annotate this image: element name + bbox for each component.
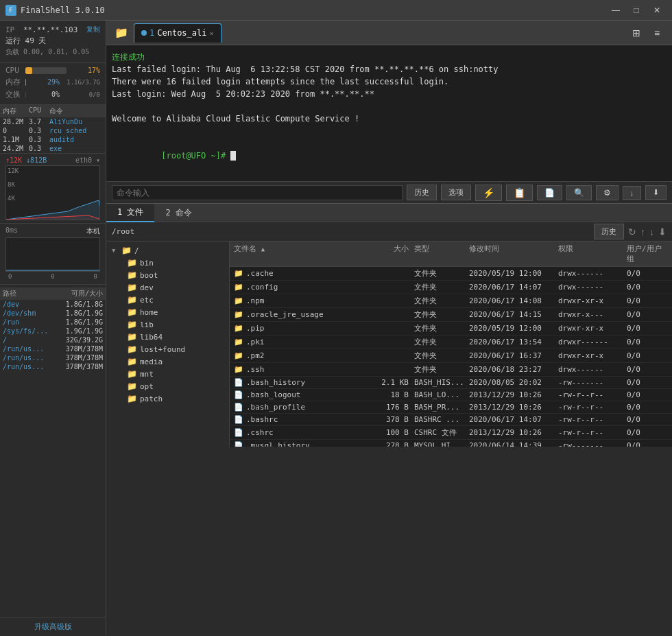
col-filename[interactable]: 文件名 ▲ — [234, 244, 359, 264]
file-row[interactable]: 📄.bash_logout 18 B BASH_LO... 2013/12/29… — [230, 389, 672, 401]
tree-item[interactable]: 📁 lost+found — [106, 343, 229, 355]
window-controls: — □ ✕ — [606, 3, 667, 18]
file-type: 文件夹 — [414, 309, 469, 320]
command-input[interactable] — [112, 185, 403, 200]
tree-item[interactable]: 📁 media — [106, 355, 229, 368]
tab-bar: 1 Centos_ali ✕ — [134, 23, 624, 43]
disk-col-size: 可用/大小 — [55, 289, 103, 298]
tree-item[interactable]: 📁 etc — [106, 294, 229, 306]
tree-item[interactable]: 📁 mnt — [106, 368, 229, 380]
tree-arrow-root: ▼ — [112, 247, 119, 254]
fm-download-button[interactable]: ↓ — [649, 226, 654, 237]
file-date: 2013/12/29 10:26 — [469, 428, 558, 437]
scroll-down-button[interactable]: ↓ — [623, 186, 642, 200]
tree-label: patch — [140, 394, 163, 403]
col-size[interactable]: 大小 — [359, 244, 414, 264]
close-button[interactable]: ✕ — [647, 3, 667, 18]
active-tab[interactable]: 1 Centos_ali ✕ — [134, 23, 221, 43]
disk-row: /run1.8G/1.9G — [0, 318, 106, 327]
folder-button[interactable]: 📁 — [112, 24, 131, 42]
list-view-button[interactable]: ≡ — [647, 24, 667, 42]
tree-item[interactable]: 📁 opt — [106, 380, 229, 392]
col-type[interactable]: 类型 — [414, 244, 469, 264]
file-type: 文件夹 — [414, 364, 469, 375]
file-row[interactable]: 📁.oracle_jre_usage 文件夹 2020/06/17 14:15 … — [230, 308, 672, 322]
tree-item[interactable]: 📁 patch — [106, 392, 229, 405]
file-type: 文件夹 — [414, 296, 469, 306]
upgrade-button[interactable]: 升级高级版 — [0, 617, 106, 636]
term-line5: Welcome to Alibaba Cloud Elastic Compute… — [112, 113, 667, 125]
copy-ip-button[interactable]: 复制 — [86, 25, 100, 34]
net-interface-select[interactable]: eth0 ▾ — [75, 156, 100, 164]
file-row[interactable]: 📁.ssh 文件夹 2020/06/18 23:27 drwx------ 0/… — [230, 363, 672, 377]
file-date: 2020/06/17 14:15 — [469, 310, 558, 319]
col-perm[interactable]: 权限 — [558, 244, 627, 264]
net-header: ↑12K ↓812B eth0 ▾ — [5, 156, 100, 164]
tree-root[interactable]: ▼ 📁 / — [106, 244, 229, 257]
tree-item[interactable]: 📁 dev — [106, 281, 229, 294]
file-manager: 1 文件 2 命令 /root 历史 ↻ ↑ ↓ ⬇ ▼ 📁 / — [106, 203, 672, 447]
fm-newfile-button[interactable]: ⬇ — [658, 226, 667, 237]
file-name: .oracle_jre_usage — [246, 310, 324, 319]
file-row[interactable]: 📄.bashrc 378 B BASHRC ... 2020/06/17 14:… — [230, 414, 672, 426]
file-perm: -rw-r--r-- — [558, 415, 627, 424]
file-owner: 0/0 — [627, 283, 668, 292]
scroll-bottom-button[interactable]: ⬇ — [645, 185, 667, 200]
fm-tab-files[interactable]: 1 文件 — [106, 204, 154, 222]
load-row: 负载 0.00, 0.01, 0.05 — [5, 47, 100, 57]
terminal[interactable]: 连接成功 Last failed login: Thu Aug 6 13:22:… — [106, 45, 672, 181]
main-layout: IP **.**.**.103 复制 运行 49 天 负载 0.00, 0.01… — [0, 21, 672, 636]
file-row[interactable]: 📄.cshrc 100 B CSHRC 文件 2013/12/29 10:26 … — [230, 426, 672, 440]
directory-tree: ▼ 📁 / 📁 bin 📁 boot — [106, 242, 230, 447]
tree-item[interactable]: 📁 lib64 — [106, 331, 229, 343]
tree-item[interactable]: 📁 bin — [106, 257, 229, 269]
file-size: 18 B — [359, 390, 414, 399]
tab-close-button[interactable]: ✕ — [209, 30, 213, 37]
folder-icon: 📁 — [234, 283, 243, 292]
maximize-button[interactable]: □ — [627, 3, 646, 18]
search-button[interactable]: 🔍 — [566, 185, 592, 200]
tree-item[interactable]: 📁 home — [106, 306, 229, 318]
server-info: IP **.**.**.103 复制 运行 49 天 负载 0.00, 0.01… — [0, 21, 106, 63]
file-owner: 0/0 — [627, 365, 668, 374]
file-row[interactable]: 📁.npm 文件夹 2020/06/17 14:08 drwxr-xr-x 0/… — [230, 294, 672, 308]
file-row[interactable]: 📄.bash_history 2.1 KB BASH_HIS... 2020/0… — [230, 377, 672, 389]
file-row[interactable]: 📄.bash_profile 176 B BASH_PR... 2013/12/… — [230, 401, 672, 414]
settings-button[interactable]: ⚙ — [596, 185, 619, 200]
file-button[interactable]: 📄 — [537, 185, 562, 200]
proc-col-cmd: 命令 — [49, 106, 103, 116]
latency-section: 0ms 本机 0 0 0 — [0, 224, 106, 285]
tree-label: home — [140, 308, 158, 317]
term-cursor — [230, 151, 236, 161]
disk-col-path: 路径 — [3, 289, 55, 298]
fm-history-button[interactable]: 历史 — [594, 224, 624, 239]
file-perm: drwxr-xr-x — [558, 296, 627, 305]
fm-tab-cmd[interactable]: 2 命令 — [154, 204, 202, 222]
file-row[interactable]: 📁.pip 文件夹 2020/05/19 12:00 drwxr-xr-x 0/… — [230, 322, 672, 335]
file-row[interactable]: 📁.pm2 文件夹 2020/06/17 16:37 drwxr-xr-x 0/… — [230, 349, 672, 363]
titlebar: F FinalShell 3.0.10 — □ ✕ — [0, 0, 672, 21]
tree-item[interactable]: 📁 boot — [106, 269, 229, 281]
file-row[interactable]: 📄.mysql_history 278 B MYSQL HI... 2020/0… — [230, 440, 672, 447]
grid-view-button[interactable]: ⊞ — [627, 24, 646, 42]
minimize-button[interactable]: — — [606, 3, 625, 18]
tree-item[interactable]: 📁 lib — [106, 318, 229, 331]
file-row[interactable]: 📁.config 文件夹 2020/06/17 14:07 drwx------… — [230, 281, 672, 294]
history-button[interactable]: 历史 — [407, 185, 437, 200]
file-row[interactable]: 📁.cache 文件夹 2020/05/19 12:00 drwx------ … — [230, 267, 672, 281]
fm-upload-button[interactable]: ↑ — [640, 226, 645, 237]
cpu-bar — [25, 67, 32, 74]
file-type: BASH_LO... — [414, 390, 469, 399]
swap-stat: 交换 0% 0/0 — [5, 89, 100, 99]
file-row[interactable]: 📁.pki 文件夹 2020/06/17 13:54 drwxr------ 0… — [230, 335, 672, 349]
disk-row: /run/us...378M/378M — [0, 344, 106, 353]
options-button[interactable]: 选项 — [441, 185, 471, 200]
copy-button[interactable]: 📋 — [506, 185, 533, 201]
col-date[interactable]: 修改时间 — [469, 244, 558, 264]
col-owner[interactable]: 用户/用户组 — [627, 244, 668, 264]
fm-refresh-button[interactable]: ↻ — [628, 226, 636, 237]
lightning-button[interactable]: ⚡ — [475, 185, 502, 201]
sidebar: IP **.**.**.103 复制 运行 49 天 负载 0.00, 0.01… — [0, 21, 106, 636]
tab-label: Centos_ali — [157, 28, 206, 38]
folder-icon: 📁 — [234, 324, 243, 333]
